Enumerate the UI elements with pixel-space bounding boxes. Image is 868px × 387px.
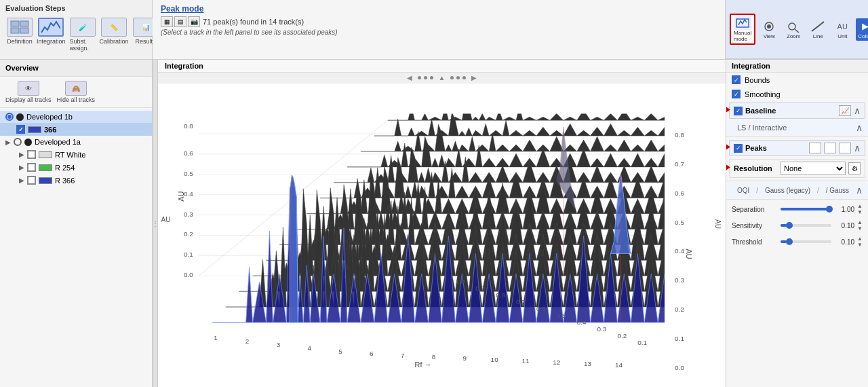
resolution-settings-btn[interactable]: ⚙ [848,162,861,174]
checkbox-366-active[interactable]: ✓ [16,125,25,134]
toolbar-btn-2[interactable]: ▤ [174,16,186,27]
smoothing-label: Smoothing [745,90,781,98]
eval-step-subst-label: Subst. assign. [70,38,96,52]
nav-dot-5 [456,76,460,79]
svg-marker-89 [726,145,730,150]
nav-arrow-right[interactable]: ▶ [469,74,479,81]
baseline-label: Baseline [745,107,836,115]
view-label: View [764,33,775,39]
vertical-splitter[interactable]: ⋮ [153,60,158,387]
integration-header: Integration [158,60,726,73]
separation-spinner[interactable]: ▲▼ [857,203,863,215]
threshold-spinner[interactable]: ▲▼ [857,236,863,248]
bounds-checkbox[interactable]: ✓ [732,75,741,84]
checkbox-r254[interactable] [27,163,36,172]
track-item-developed1a[interactable]: ▶ Developed 1a [0,136,152,148]
oqi-chevron[interactable]: ∧ [856,185,863,196]
svg-rect-3 [20,28,28,33]
view-btn[interactable]: View [758,18,780,41]
unit-btn[interactable]: AU Unit [831,18,853,41]
svg-text:0.9: 0.9 [475,284,485,292]
eval-step-calibration[interactable]: 📏 Calibration [98,16,130,46]
svg-text:0.7: 0.7 [675,160,684,168]
checkbox-rt-white[interactable] [27,150,36,159]
svg-text:0.4: 0.4 [184,190,193,198]
oqi-unit: / Gauss [826,187,849,194]
svg-text:AU: AU [685,248,692,259]
svg-text:13: 13 [584,360,592,367]
svg-text:0.0: 0.0 [675,364,684,371]
peaks-checkbox[interactable]: ✓ [734,144,743,153]
display-all-tracks-btn[interactable]: 👁 Display all tracks [5,81,52,103]
zoom-btn[interactable]: Zoom [783,18,804,41]
unit-label: Unit [837,33,847,39]
svg-text:4: 4 [307,344,311,352]
peaks-section-row[interactable]: ✓ Peaks ∧ [729,140,865,156]
track-item-rt-white[interactable]: ▶ RT White [0,148,152,161]
checkbox-r366[interactable] [27,176,36,185]
svg-text:12: 12 [553,358,561,366]
track-item-developed1b[interactable]: Developed 1b [0,111,152,123]
eval-step-integration[interactable]: Integration [35,16,67,46]
svg-text:0.2: 0.2 [617,332,627,339]
baseline-chevron[interactable]: ∧ [854,105,861,116]
baseline-sub-chevron[interactable]: ∧ [856,122,863,133]
peaks-icon-btn-2[interactable] [824,143,836,153]
nav-dot-3 [430,76,433,79]
expand-arrow-rt-white[interactable]: ▶ [19,151,24,158]
collapse-btn[interactable]: ▶▶ Collapse [856,18,868,41]
track-item-r366[interactable]: ▶ R 366 [0,174,152,187]
resolution-row[interactable]: Resolution None ⚙ [729,159,865,178]
hide-all-tracks-btn[interactable]: 🙈 Hide all tracks [57,81,96,103]
baseline-chart-icon[interactable]: 📈 [839,105,851,116]
baseline-section-row[interactable]: ✓ Baseline 📈 ∧ [729,103,865,119]
track-label-developed1a: Developed 1a [35,138,146,146]
threshold-label: Threshold [732,238,778,246]
expand-arrow-r366[interactable]: ▶ [19,177,24,184]
track-label-rt-white: RT White [55,151,146,159]
sensitivity-param-row: Sensitivity 0.10 ▲▼ [726,217,868,234]
track-dot-developed1b [16,113,24,121]
expand-arrow-1a[interactable]: ▶ [5,139,11,146]
smoothing-checkbox[interactable]: ✓ [732,90,741,98]
peaks-arrow-indicator [726,143,730,153]
baseline-checkbox[interactable]: ✓ [734,107,743,115]
sensitivity-spinner[interactable]: ▲▼ [857,219,863,232]
track-color-rt-white [39,151,52,158]
svg-text:5: 5 [338,348,342,355]
zoom-label: Zoom [787,33,800,39]
expand-arrow-r254[interactable]: ▶ [19,164,24,171]
resolution-select[interactable]: None [781,162,846,175]
peak-mode-tab[interactable]: Peak mode [161,4,203,14]
sensitivity-value: 0.10 [834,222,854,229]
svg-text:0.1: 0.1 [637,339,647,346]
peaks-hint-text: (Select a track in the left panel to see… [161,29,717,36]
separation-value: 1.00 [834,206,854,213]
track-item-366-active[interactable]: ✓ 366 [0,123,152,136]
svg-text:0.6: 0.6 [675,189,684,197]
svg-marker-91 [726,165,730,170]
peaks-icon-btn-3[interactable] [839,143,851,153]
track-color-r366 [39,177,52,184]
peaks-chevron[interactable]: ∧ [854,143,861,153]
svg-text:6: 6 [370,350,374,357]
nav-arrow-left[interactable]: ◀ [404,74,415,81]
nav-arrow-up[interactable]: ▲ [436,74,448,81]
svg-text:0.8: 0.8 [496,291,505,299]
hide-all-label: Hide all tracks [57,96,96,103]
track-item-r254[interactable]: ▶ R 254 [0,161,152,174]
svg-text:3: 3 [277,341,281,348]
line-btn[interactable]: Line [807,18,829,41]
peaks-label: Peaks [745,144,805,152]
eval-step-subst-assign[interactable]: 🧪 Subst. assign. [68,16,97,53]
smoothing-row: ✓ Smoothing [726,87,868,101]
nav-dot-4 [450,76,454,79]
peaks-icon-btn-1[interactable] [809,143,821,153]
toolbar-btn-3[interactable]: 📷 [188,16,200,27]
track-label-r254: R 254 [55,164,146,172]
svg-text:8: 8 [432,353,436,361]
sensitivity-label: Sensitivity [732,222,778,229]
eval-step-definition[interactable]: Definition [5,16,34,46]
toolbar-btn-1[interactable]: ▦ [161,16,173,27]
manual-mode-btn[interactable]: Manual mode [730,14,755,45]
